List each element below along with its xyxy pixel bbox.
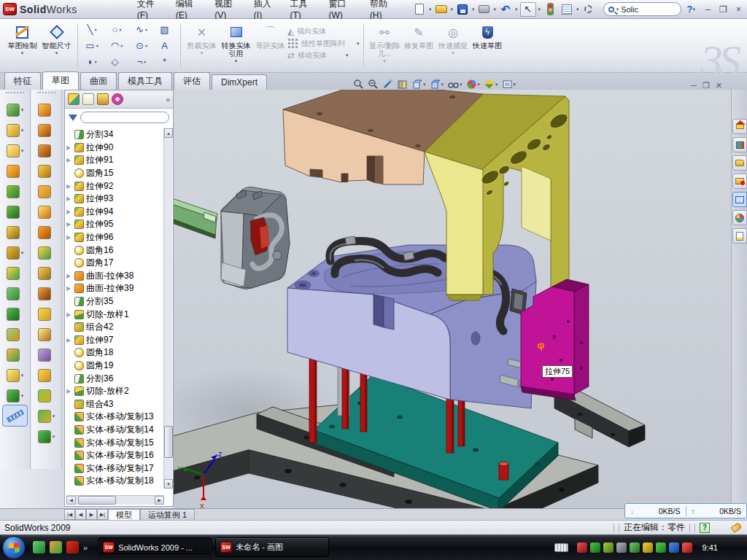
toolbar-button[interactable]: ▾ — [31, 304, 61, 324]
home-tab-button[interactable] — [732, 119, 747, 134]
doc-minimize-button[interactable]: ─ — [691, 81, 697, 90]
expand-arrow-icon[interactable]: ▶ — [66, 311, 72, 318]
sketch-entity-button[interactable]: ╲▾ — [80, 22, 104, 38]
custom-properties-button[interactable] — [732, 228, 747, 244]
close-button[interactable]: × — [733, 4, 744, 15]
restore-button[interactable]: ❐ — [718, 4, 729, 15]
feature-tree-item[interactable]: ▶ 实体-移动/复制16 — [66, 449, 164, 462]
rapid-sketch-button[interactable]: ϟ 快速草图 — [471, 22, 505, 50]
toolbar-button[interactable]: ▾ — [0, 284, 30, 304]
toolbar-button[interactable]: ▾ — [31, 324, 61, 345]
toolbar-button[interactable]: ▾ — [0, 161, 30, 182]
feature-tree-item[interactable]: ▶ 拉伸92 — [66, 179, 164, 192]
search-dropdown[interactable]: ▾ — [616, 7, 619, 12]
gray-gripper-part[interactable] — [221, 187, 290, 289]
tab-nav-button[interactable]: ◀ — [75, 509, 86, 520]
save-dropdown[interactable]: ▾ — [472, 7, 475, 12]
zoom-to-area-icon[interactable] — [368, 79, 379, 90]
tab-nav-button[interactable]: |◀ — [64, 509, 75, 520]
sketch-entity-button[interactable]: ◖▾ — [80, 54, 104, 70]
scroll-down-button[interactable]: ▼ — [164, 479, 173, 489]
toolbar-button[interactable]: ▾ — [31, 202, 61, 222]
toolbar-button[interactable]: ▾ — [31, 161, 61, 182]
feature-tree-item[interactable]: ▶ 拉伸90 — [66, 141, 164, 155]
toolbar-button[interactable]: ▾ — [31, 222, 61, 243]
appearances-button[interactable] — [732, 210, 747, 225]
view-settings-icon[interactable]: ▾ — [502, 79, 516, 90]
new-document-button[interactable] — [412, 2, 427, 17]
sketch-entity-button[interactable]: ○▾ — [104, 22, 129, 38]
feature-tree-item[interactable]: ▶ 切除-放样2 — [66, 385, 164, 398]
feature-tree-item[interactable]: ▶ 实体-移动/复制13 — [66, 411, 164, 424]
dimxpert-manager-tab-icon[interactable] — [112, 93, 123, 105]
tab-nav-button[interactable]: ▶ — [86, 509, 97, 520]
toolbar-button[interactable]: ▾ — [31, 365, 61, 386]
print-dropdown[interactable]: ▾ — [494, 7, 497, 12]
toolbar-button[interactable]: ▾ — [31, 406, 61, 427]
toolbar-button[interactable]: ▾ — [0, 345, 30, 365]
feature-tree-item[interactable]: ▶ 分割36 — [66, 372, 164, 385]
toolbar-grip[interactable] — [6, 92, 24, 97]
expand-arrow-icon[interactable]: ▶ — [66, 157, 72, 163]
toolbar-button[interactable]: ▾ — [31, 100, 61, 120]
command-tab[interactable]: DimXpert — [212, 74, 267, 90]
sketch-entity-button[interactable]: *▾ — [154, 54, 179, 70]
sketch-button[interactable]: 草图绘制▾ — [5, 22, 39, 56]
tray-icon[interactable] — [616, 542, 627, 553]
tray-icon[interactable] — [577, 542, 587, 553]
feature-tree-item[interactable]: ▶ 圆角15 — [66, 167, 164, 180]
linear-sketch-pattern-button[interactable]: 线性草图阵列 ▾ — [287, 38, 360, 49]
quick-snaps-button[interactable]: ◎ 快速捕捉▾ — [436, 22, 471, 56]
expand-arrow-icon[interactable]: ▶ — [66, 234, 72, 241]
feature-tree-item[interactable]: ▶ 曲面-拉伸39 — [66, 282, 164, 295]
feature-tree-item[interactable]: ▶ 实体-移动/复制14 — [66, 424, 164, 437]
smart-dimension-button[interactable]: 智能尺寸▾ — [39, 22, 74, 56]
short-pin-part[interactable] — [499, 462, 508, 480]
feature-tree-item[interactable]: ▶ 拉伸93 — [66, 192, 164, 206]
toolbar-button[interactable]: ▾ — [31, 182, 61, 202]
toolbar-button[interactable]: ▾ — [0, 222, 30, 243]
tray-icon[interactable] — [590, 542, 600, 553]
mirror-entities-button[interactable]: ◭ 镜向实体 — [287, 26, 360, 36]
sketch-entity-button[interactable]: ∿▾ — [129, 22, 154, 38]
toolbar-button[interactable]: ▾ — [31, 386, 61, 406]
quick-launch-chevron[interactable]: » — [83, 543, 88, 552]
new-dropdown[interactable]: ▾ — [429, 7, 432, 12]
feature-tree-item[interactable]: ▶ 圆角17 — [66, 257, 164, 270]
feature-tree-item[interactable]: ▶ 实体-移动/复制15 — [66, 436, 164, 449]
feature-tree-item[interactable]: ▶ 拉伸95 — [66, 218, 164, 231]
toolbar-grip[interactable] — [37, 92, 55, 97]
input-method-keyboard-icon[interactable] — [554, 543, 568, 552]
options-dropdown[interactable]: ▾ — [576, 7, 579, 12]
sketch-entity-button[interactable]: A▾ — [154, 38, 179, 54]
quick-tips-help-icon[interactable]: ? — [700, 523, 710, 533]
view-orientation-icon[interactable]: ▾ — [411, 79, 426, 90]
toolbar-button[interactable]: ▾ — [31, 284, 61, 304]
feature-tree-item[interactable]: ▶ 曲面-拉伸38 — [66, 270, 164, 283]
tray-icon[interactable] — [669, 542, 679, 553]
toolbar-button[interactable]: ▾ — [31, 263, 61, 284]
graphics-viewport[interactable]: φ Y Z X — [174, 90, 731, 508]
toolbar-button[interactable]: ▾ — [0, 202, 30, 222]
undo-button[interactable]: ↶ — [498, 2, 513, 17]
feature-tree-tab-icon[interactable] — [68, 93, 80, 105]
toolbar-button[interactable]: ▾ — [0, 243, 30, 263]
expand-arrow-icon[interactable]: ▶ — [66, 273, 72, 279]
design-library-button[interactable] — [732, 155, 747, 171]
document-tab[interactable]: 运动算例 1 — [140, 509, 195, 520]
solidworks-resources-button[interactable] — [732, 137, 747, 152]
display-style-icon[interactable]: ▾ — [430, 79, 444, 90]
configuration-manager-tab-icon[interactable] — [97, 93, 109, 105]
undo-dropdown[interactable]: ▾ — [515, 7, 518, 12]
scroll-left-button[interactable]: ◀ — [66, 496, 76, 505]
expand-arrow-icon[interactable]: ▶ — [66, 209, 72, 215]
taskbar-task-button[interactable]: SW SolidWorks 2009 - ... — [98, 537, 212, 557]
feature-tree-item[interactable]: ▶ 实体-移动/复制17 — [66, 462, 164, 475]
rebuild-button[interactable] — [543, 2, 557, 17]
feature-tree-item[interactable]: ▶ 拉伸97 — [66, 334, 164, 347]
toolbar-button[interactable]: ▾ — [31, 243, 61, 263]
search-input[interactable]: Solic — [621, 5, 638, 14]
start-button[interactable] — [2, 536, 26, 559]
scroll-right-button[interactable]: ▶ — [155, 496, 164, 505]
toolbar-button[interactable]: ▾ — [0, 324, 30, 345]
